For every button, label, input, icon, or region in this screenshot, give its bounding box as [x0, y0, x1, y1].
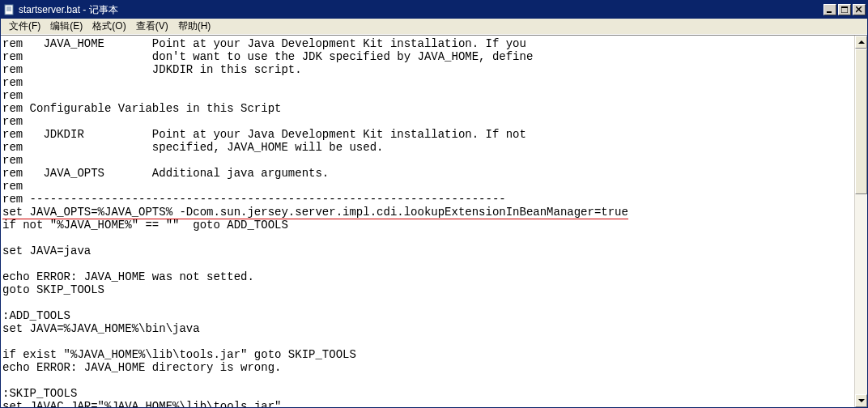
text-line: rem JDKDIR Point at your Java Developmen… [2, 128, 526, 141]
text-line: :ADD_TOOLS [2, 309, 70, 322]
text-line: :SKIP_TOOLS [2, 387, 77, 400]
text-line: rem don't want to use the JDK specified … [2, 50, 533, 63]
notepad-icon [2, 3, 15, 16]
menu-help[interactable]: 帮助(H) [173, 18, 216, 35]
text-line: if not "%JAVA_HOME%" == "" goto ADD_TOOL… [2, 219, 288, 232]
highlighted-line: set JAVA_OPTS=%JAVA_OPTS% -Dcom.sun.jers… [2, 206, 628, 219]
text-line: rem specified, JAVA_HOME will be used. [2, 141, 383, 154]
text-line: rem [2, 89, 23, 102]
text-line: rem [2, 76, 23, 89]
svg-rect-0 [5, 5, 13, 15]
menu-file[interactable]: 文件(F) [4, 18, 45, 35]
scroll-track[interactable] [855, 49, 867, 394]
text-line: rem ------------------------------------… [2, 193, 506, 206]
svg-rect-4 [827, 11, 832, 13]
text-line: rem JAVA_OPTS Additional java arguments. [2, 167, 329, 180]
window-controls [822, 4, 866, 15]
notepad-window: startserver.bat - 记事本 文件(F) 编辑(E) 格式(O) … [0, 0, 868, 408]
scroll-up-button[interactable] [855, 36, 867, 49]
menu-format[interactable]: 格式(O) [87, 18, 130, 35]
menu-edit[interactable]: 编辑(E) [45, 18, 87, 35]
svg-rect-6 [841, 6, 848, 8]
text-line: set JAVA=java [2, 244, 91, 257]
text-line: echo ERROR: JAVA_HOME directory is wrong… [2, 361, 281, 374]
scroll-down-button[interactable] [855, 394, 867, 407]
chevron-down-icon [858, 399, 865, 402]
minimize-button[interactable] [823, 4, 836, 15]
titlebar: startserver.bat - 记事本 [1, 1, 867, 19]
text-line: set JAVAC_JAR="%JAVA_HOME%\lib\tools.jar… [2, 400, 281, 407]
menubar: 文件(F) 编辑(E) 格式(O) 查看(V) 帮助(H) [1, 19, 867, 35]
chevron-up-icon [858, 40, 865, 44]
text-line: goto SKIP_TOOLS [2, 283, 104, 296]
text-area[interactable]: rem JAVA_HOME Point at your Java Develop… [1, 36, 854, 407]
vertical-scrollbar [854, 36, 867, 407]
text-line: if exist "%JAVA_HOME%\lib\tools.jar" got… [2, 348, 356, 361]
text-line: rem Configurable Variables in this Scrip… [2, 102, 281, 115]
scroll-thumb[interactable] [855, 49, 867, 194]
text-line: set JAVA=%JAVA_HOME%\bin\java [2, 322, 200, 335]
text-line: rem [2, 154, 23, 167]
maximize-button[interactable] [838, 4, 851, 15]
menu-view[interactable]: 查看(V) [131, 18, 173, 35]
text-line: rem [2, 115, 23, 128]
window-title: startserver.bat - 记事本 [19, 3, 822, 17]
text-line: rem JAVA_HOME Point at your Java Develop… [2, 37, 526, 50]
close-button[interactable] [853, 4, 866, 15]
text-line: rem JDKDIR in this script. [2, 63, 302, 76]
text-line: echo ERROR: JAVA_HOME was not setted. [2, 270, 254, 283]
text-line: rem [2, 180, 23, 193]
content-wrapper: rem JAVA_HOME Point at your Java Develop… [1, 35, 867, 407]
